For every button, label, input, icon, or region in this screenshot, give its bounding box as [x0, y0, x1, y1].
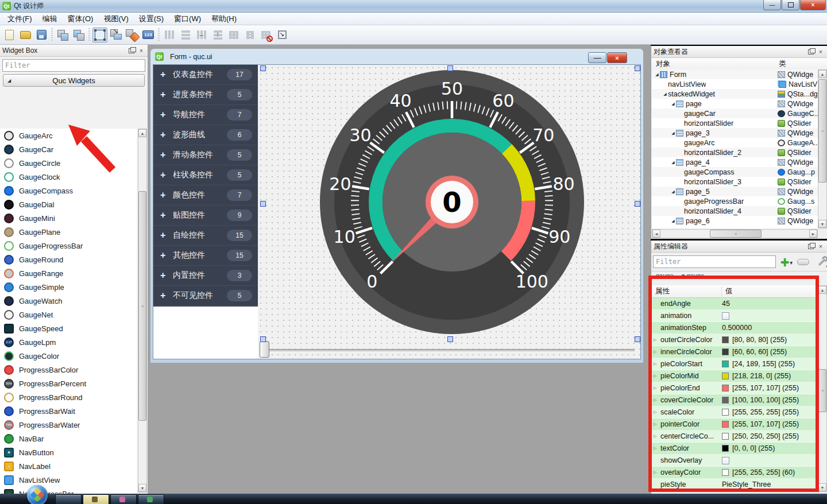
selection-handle[interactable]: [260, 201, 266, 207]
taskbar-button-4[interactable]: [138, 494, 164, 504]
property-row-outerCircleColor[interactable]: ▷outerCircleColor[80, 80, 80] (255): [652, 334, 818, 346]
nav-category-15[interactable]: +自绘控件15: [153, 226, 258, 246]
widget-item-gaugecircle[interactable]: GaugeCircle: [0, 156, 137, 170]
nav-category-5[interactable]: +柱状条控件5: [153, 165, 258, 185]
property-table-vscrollbar[interactable]: ▲ ≡ ▼: [818, 285, 827, 492]
expander-icon[interactable]: ◢: [670, 219, 676, 223]
taskbar-button-1[interactable]: [55, 494, 82, 504]
expander-icon[interactable]: ▷: [652, 362, 660, 366]
expander-icon[interactable]: ▷: [652, 338, 660, 342]
property-row-showOverlay[interactable]: showOverlay: [652, 455, 818, 467]
tree-row-page_3[interactable]: ◢page_3QWidge: [652, 128, 818, 138]
property-row-animation[interactable]: animation: [652, 310, 818, 322]
expander-icon[interactable]: ◢: [670, 160, 676, 165]
property-row-animationStep[interactable]: animationStep0.500000: [652, 322, 818, 334]
widget-item-gaugerange[interactable]: GaugeRange: [0, 266, 137, 280]
tree-row-page[interactable]: ◢pageQWidge: [652, 99, 818, 108]
layout-grid-icon[interactable]: [226, 28, 241, 42]
property-filter-input[interactable]: [654, 258, 775, 266]
lower-widget-icon[interactable]: [71, 28, 86, 42]
tree-row-horizontalslider_4[interactable]: horizontalSlider_4QSlider: [652, 206, 818, 216]
taskbar-button-2[interactable]: [83, 494, 109, 504]
expander-icon[interactable]: ▷: [652, 434, 660, 439]
property-row-overlayColor[interactable]: ▷overlayColor[255, 255, 255] (60): [652, 467, 818, 479]
selection-handle[interactable]: [447, 336, 453, 342]
expander-icon[interactable]: ◢: [670, 131, 676, 135]
save-form-icon[interactable]: [34, 28, 49, 42]
edit-widgets-icon[interactable]: [92, 28, 107, 42]
widget-item-gaugecompass[interactable]: GaugeCompass: [0, 184, 137, 197]
widget-item-navbutton[interactable]: ✱NavButton: [0, 445, 137, 459]
widget-item-gaugewatch[interactable]: GaugeWatch: [0, 294, 137, 308]
widget-box-float-button[interactable]: [127, 47, 136, 55]
start-button[interactable]: [27, 485, 48, 504]
widget-item-gaugespeed[interactable]: GaugeSpeed: [0, 321, 137, 335]
property-row-textColor[interactable]: ▷textColor[0, 0, 0] (255): [652, 443, 818, 455]
new-form-icon[interactable]: [2, 28, 17, 42]
category-quc-widgets[interactable]: ◢ Quc Widgets: [3, 74, 145, 87]
widget-item-gaugesimple[interactable]: GaugeSimple: [0, 280, 137, 294]
property-table-header[interactable]: 属性 值: [652, 285, 818, 298]
widget-item-progressbarround[interactable]: ProgressBarRound: [0, 390, 137, 404]
configure-button[interactable]: ▼: [818, 256, 825, 267]
widget-item-gaugemini[interactable]: GaugeMini: [0, 211, 137, 225]
tree-row-gaugecar[interactable]: gaugeCarGaugeC...: [652, 108, 818, 118]
nav-category-7[interactable]: +导航控件7: [153, 105, 258, 125]
break-layout-icon[interactable]: [258, 28, 273, 42]
widget-item-gaugedial[interactable]: GaugeDial: [0, 197, 137, 211]
nav-category-5[interactable]: +进度条控件5: [153, 85, 258, 105]
widget-item-navlabel[interactable]: +NavLabel: [0, 459, 137, 473]
open-form-icon[interactable]: [18, 28, 33, 42]
selection-handle[interactable]: [260, 65, 266, 71]
widget-item-progressbarpercent[interactable]: 50%ProgressBarPercent: [0, 377, 137, 390]
property-editor-float-button[interactable]: [807, 243, 815, 250]
menu-item-s[interactable]: 设置(S): [134, 13, 169, 25]
form-canvas[interactable]: 01020304050607080901000: [258, 65, 640, 359]
object-inspector-header[interactable]: 对象 类: [651, 58, 827, 70]
property-row-coverCircleColor[interactable]: ▷coverCircleColor[100, 100, 100] (255): [652, 394, 818, 406]
expander-icon[interactable]: ◢: [670, 102, 676, 106]
menu-item-[interactable]: 编辑: [37, 13, 63, 25]
widget-item-gaugelpm[interactable]: 2:27GaugeLpm: [0, 335, 137, 349]
object-inspector-float-button[interactable]: [807, 48, 815, 56]
menu-item-o[interactable]: 窗体(O): [63, 13, 99, 25]
widget-item-gaugeprogressbar[interactable]: GaugeProgressBar: [0, 239, 137, 253]
nav-category-7[interactable]: +颜色控件7: [153, 185, 258, 206]
widget-item-gaugearc[interactable]: GaugeArc: [0, 129, 137, 142]
maximize-button[interactable]: [782, 0, 799, 10]
nav-category-5[interactable]: +滑动条控件5: [153, 145, 258, 165]
tree-row-gaugeprogressbar[interactable]: gaugeProgressBarGaug...s: [652, 196, 818, 206]
expander-icon[interactable]: ▷: [652, 410, 660, 414]
tree-row-horizontalslider[interactable]: horizontalSliderQSlider: [652, 118, 818, 128]
expander-icon[interactable]: ◢: [662, 92, 668, 96]
edit-buddies-icon[interactable]: [125, 28, 140, 42]
widget-item-progressbarwater[interactable]: 74%ProgressBarWater: [0, 418, 137, 432]
widget-filter-input[interactable]: [3, 61, 145, 69]
close-button[interactable]: ×: [800, 0, 826, 10]
raise-widget-icon[interactable]: [55, 28, 70, 42]
nav-category-15[interactable]: +其他控件15: [153, 246, 258, 266]
object-tree-hscrollbar[interactable]: ◄ ≡ ►: [652, 229, 818, 238]
widget-item-gaugeclock[interactable]: GaugeClock: [0, 170, 137, 184]
nav-category-5[interactable]: +不可见控件5: [153, 286, 258, 306]
expander-icon[interactable]: ◢: [654, 72, 660, 77]
nav-category-6[interactable]: +波形曲线6: [153, 125, 258, 145]
widget-item-navlistview[interactable]: NavListView: [0, 473, 137, 487]
property-row-scaleColor[interactable]: ▷scaleColor[255, 255, 255] (255): [652, 406, 818, 418]
checkbox-unchecked[interactable]: [722, 457, 729, 464]
edit-tab-order-icon[interactable]: 123: [141, 28, 156, 42]
remove-dynamic-property-button[interactable]: [797, 259, 809, 265]
widget-item-gaugeplane[interactable]: GaugePlane: [0, 225, 137, 239]
expander-icon[interactable]: ▷: [652, 446, 660, 451]
minimize-button[interactable]: —: [763, 0, 781, 10]
nav-category-9[interactable]: +贴图控件9: [153, 206, 258, 226]
tree-row-page_6[interactable]: ◢page_6QWidge: [652, 216, 818, 226]
widget-item-progressbarwait[interactable]: ProgressBarWait: [0, 404, 137, 418]
tree-row-horizontalslider_2[interactable]: horizontalSlider_2QSlider: [652, 148, 818, 157]
tree-row-form[interactable]: ◢FormQWidge: [652, 69, 818, 79]
expander-icon[interactable]: ▷: [652, 350, 660, 354]
widget-item-gaugecolor[interactable]: GaugeColor: [0, 349, 137, 363]
property-row-pieStyle[interactable]: pieStylePieStyle_Three: [652, 479, 818, 491]
nav-category-17[interactable]: +仪表盘控件17: [153, 65, 258, 85]
layout-vertical-icon[interactable]: [178, 28, 193, 42]
